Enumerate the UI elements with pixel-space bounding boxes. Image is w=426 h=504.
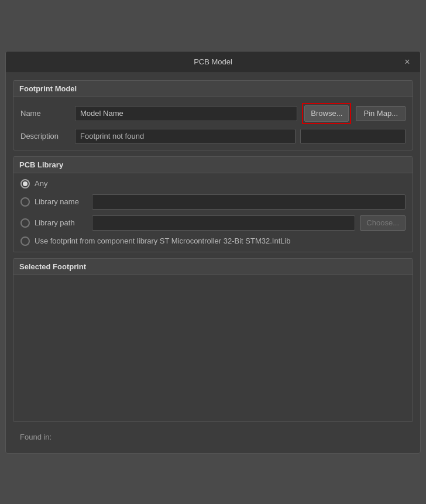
- description-label: Description: [20, 132, 70, 140]
- footprint-model-section: Footprint Model Name Browse... Pin Map..…: [13, 80, 413, 150]
- library-path-input[interactable]: [92, 215, 355, 231]
- found-in-label: Found in:: [20, 433, 51, 441]
- library-name-input[interactable]: [92, 194, 406, 210]
- pcb-library-section: PCB Library Any Library name: [13, 156, 413, 252]
- any-radio[interactable]: [20, 179, 30, 188]
- selected-footprint-header: Selected Footprint: [13, 259, 413, 275]
- choose-button[interactable]: Choose...: [360, 215, 406, 231]
- pin-map-button[interactable]: Pin Map...: [356, 106, 406, 121]
- library-path-row: Library path Choose...: [20, 215, 406, 231]
- footprint-model-content: Name Browse... Pin Map... Description Fo…: [13, 97, 413, 150]
- browse-highlight-box: Browse...: [302, 103, 351, 124]
- library-path-label: Library path: [35, 218, 87, 227]
- pcb-library-content: Any Library name Library path Choose...: [13, 173, 413, 252]
- bottom-bar: Found in:: [13, 428, 413, 446]
- use-footprint-radio[interactable]: [20, 236, 30, 246]
- selected-footprint-section: Selected Footprint: [13, 258, 413, 422]
- browse-button[interactable]: Browse...: [304, 105, 349, 122]
- title-bar: PCB Model ×: [6, 52, 420, 73]
- library-name-label: Library name: [35, 197, 87, 206]
- library-name-radio[interactable]: [20, 197, 30, 207]
- library-path-radio[interactable]: [20, 218, 30, 228]
- pcb-library-header: PCB Library: [13, 157, 413, 173]
- dialog-title: PCB Model: [25, 57, 401, 66]
- name-row: Name Browse... Pin Map...: [20, 103, 406, 124]
- radio-group: Any Library name Library path Choose...: [20, 179, 406, 246]
- close-button[interactable]: ×: [401, 56, 413, 68]
- description-value: Footprint not found: [75, 129, 296, 144]
- description-row: Description Footprint not found: [20, 129, 406, 144]
- dialog-body: Footprint Model Name Browse... Pin Map..…: [6, 73, 420, 453]
- any-label: Any: [35, 179, 87, 188]
- use-footprint-row: Use footprint from component library ST …: [20, 236, 406, 246]
- footprint-model-header: Footprint Model: [13, 81, 413, 97]
- library-name-row: Library name: [20, 194, 406, 210]
- name-label: Name: [20, 109, 70, 118]
- name-input[interactable]: [75, 106, 297, 121]
- use-footprint-text: Use footprint from component library ST …: [35, 236, 291, 245]
- description-extra-field: [300, 129, 406, 144]
- pcb-model-dialog: PCB Model × Footprint Model Name Browse.…: [5, 51, 421, 454]
- any-radio-row: Any: [20, 179, 406, 188]
